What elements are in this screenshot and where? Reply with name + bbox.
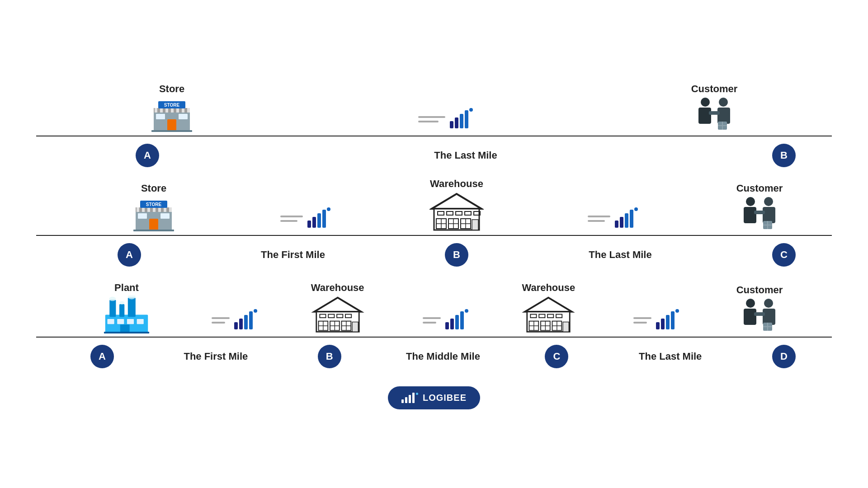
node-warehouse-r2-label: Warehouse <box>430 178 483 190</box>
svg-rect-62 <box>117 319 124 324</box>
warehouse1-icon-r3 <box>311 296 365 334</box>
truck-lines-r2-2 <box>588 216 610 222</box>
svg-text:STORE: STORE <box>164 103 180 108</box>
signal-r2-2 <box>615 210 633 228</box>
svg-rect-49 <box>763 207 775 223</box>
node-plant-r3-label: Plant <box>114 282 139 294</box>
row-1: Store <box>36 79 832 174</box>
row3-divider <box>36 337 832 338</box>
truck-lines-r1 <box>418 116 445 122</box>
node-customer-r3-label: Customer <box>736 284 783 296</box>
logibee-logo: LOGIBEE <box>388 386 480 409</box>
logibee-signal-icon <box>401 393 418 403</box>
connector-r3-ab <box>163 311 302 334</box>
node-customer-r2: Customer <box>723 183 796 232</box>
badge-B-r2: B <box>445 243 468 267</box>
badge-A-r3: A <box>90 345 114 368</box>
connector-r3-cd <box>585 311 723 334</box>
customer-icon-r2 <box>737 196 782 232</box>
svg-rect-9 <box>179 114 188 119</box>
signal-r3-1 <box>234 311 253 329</box>
svg-point-99 <box>746 299 755 308</box>
svg-rect-17 <box>709 111 720 115</box>
svg-rect-56 <box>119 304 124 317</box>
badge-C-r2: C <box>772 243 796 267</box>
store-icon-r1: STORE <box>149 97 194 133</box>
row2-divider <box>36 235 832 236</box>
svg-point-59 <box>119 301 124 305</box>
row1-icons: Store <box>36 79 832 136</box>
svg-rect-63 <box>127 319 134 324</box>
segment-label-r2-2: The Last Mile <box>484 249 757 261</box>
node-customer-r1-label: Customer <box>691 83 738 95</box>
svg-rect-7 <box>167 119 176 131</box>
node-warehouse1-r3-label: Warehouse <box>311 282 364 294</box>
segment-label-r3-3: The Last Mile <box>576 351 764 362</box>
svg-marker-29 <box>432 194 481 209</box>
plant-icon-r3 <box>102 296 151 334</box>
signal-r1 <box>450 110 468 128</box>
logibee-text: LOGIBEE <box>423 393 467 403</box>
row1-labels: A The Last Mile B <box>36 144 832 174</box>
svg-rect-47 <box>744 207 756 223</box>
svg-marker-67 <box>314 298 361 312</box>
node-store-r1: Store <box>136 83 208 133</box>
svg-rect-25 <box>160 213 170 219</box>
svg-rect-102 <box>763 309 775 325</box>
svg-point-15 <box>719 98 728 107</box>
segment-label-r3-1: The First Mile <box>122 351 310 362</box>
svg-rect-14 <box>698 108 711 124</box>
node-plant-r3: Plant <box>90 282 163 334</box>
node-store-r2-label: Store <box>141 183 166 194</box>
row3-labels: A The First Mile B The Middle Mile C The… <box>36 345 832 375</box>
svg-point-13 <box>701 98 710 107</box>
svg-rect-24 <box>138 213 147 219</box>
truck-lines-r3-2 <box>423 317 441 324</box>
warehouse-icon-r2 <box>429 192 484 232</box>
svg-rect-2 <box>154 108 190 113</box>
svg-point-101 <box>764 299 773 308</box>
node-customer-r1: Customer <box>678 83 750 133</box>
svg-rect-12 <box>151 130 192 132</box>
svg-rect-100 <box>744 309 756 325</box>
truck-lines-r3-3 <box>633 317 651 324</box>
customer-icon-r1 <box>692 97 737 133</box>
truck-lines-r2-1 <box>280 216 303 222</box>
svg-rect-65 <box>120 324 130 333</box>
svg-point-46 <box>746 197 755 206</box>
truck-lines-r3-1 <box>212 317 230 324</box>
node-warehouse2-r3-label: Warehouse <box>522 282 575 294</box>
badge-A-r1: A <box>136 144 159 167</box>
row2-labels: A The First Mile B The Last Mile C <box>36 243 832 273</box>
warehouse2-icon-r3 <box>521 296 576 334</box>
svg-rect-55 <box>109 300 116 317</box>
badge-B-r3: B <box>318 345 341 368</box>
svg-rect-16 <box>717 108 730 124</box>
node-store-r2: Store STORE <box>118 183 190 232</box>
segment-label-r2-1: The First Mile <box>156 249 429 261</box>
segment-label-r3-2: The Middle Mile <box>349 351 537 362</box>
node-customer-r2-label: Customer <box>736 183 783 194</box>
badge-C-r3: C <box>545 345 568 368</box>
signal-r3-3 <box>656 311 675 329</box>
svg-rect-64 <box>137 319 144 324</box>
diagram-container: Store <box>36 79 832 409</box>
svg-rect-61 <box>108 319 114 324</box>
row2-icons: Store STORE <box>36 174 832 235</box>
segment-label-r1: The Last Mile <box>434 150 497 161</box>
svg-point-48 <box>764 197 773 206</box>
signal-r3-2 <box>445 311 464 329</box>
badge-A-r2: A <box>118 243 141 267</box>
svg-rect-66 <box>104 332 149 333</box>
svg-rect-28 <box>133 230 174 231</box>
connector-r2-bc <box>497 210 723 232</box>
customer-icon-r3 <box>737 298 782 334</box>
node-store-r1-label: Store <box>159 83 184 95</box>
svg-rect-8 <box>156 114 165 119</box>
svg-rect-50 <box>754 211 765 214</box>
row3-icons: Plant <box>36 277 832 337</box>
badge-B-r1: B <box>772 144 796 167</box>
badge-D-r3: D <box>772 345 796 368</box>
node-warehouse-r2: Warehouse <box>416 178 497 232</box>
svg-marker-83 <box>525 298 572 312</box>
